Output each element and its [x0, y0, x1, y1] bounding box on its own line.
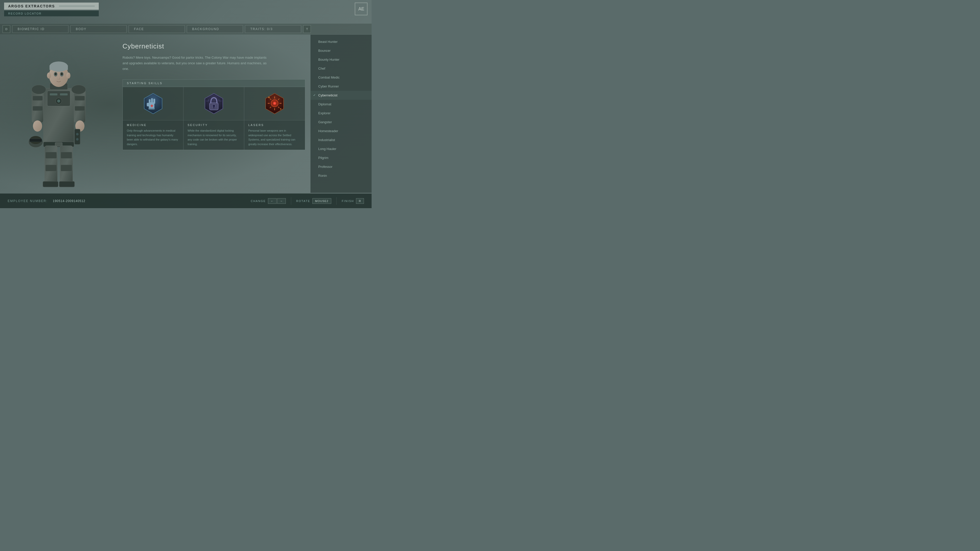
svg-rect-30 [45, 165, 57, 171]
svg-rect-26 [55, 143, 62, 146]
svg-rect-31 [61, 152, 72, 159]
tab-face[interactable]: FACE [129, 25, 185, 33]
svg-point-15 [47, 73, 51, 79]
finish-label: FINISH [342, 200, 354, 203]
bottom-right: CHANGE ← → ROTATE MOUSE2 FINISH R [251, 197, 364, 205]
character-figure [10, 40, 107, 188]
svg-point-13 [55, 73, 57, 75]
title-bar-decoration [59, 5, 95, 7]
svg-rect-33 [43, 181, 58, 187]
svg-rect-48 [147, 103, 149, 106]
main-content: Cyberneticist Robots? Mere toys. Neuroam… [118, 35, 310, 193]
skill-card-lasers: LASERS Personal laser weapons are in wid… [244, 87, 305, 149]
skill-info-security: SECURITY While the standardized digital … [183, 121, 244, 149]
svg-rect-49 [148, 108, 155, 110]
change-label: CHANGE [251, 200, 266, 203]
svg-rect-46 [151, 98, 153, 104]
svg-point-14 [61, 73, 63, 75]
app-title: ARGOS EXTRACTORS [4, 3, 99, 10]
svg-point-40 [76, 138, 79, 141]
background-list-item[interactable]: Cyberneticist [310, 91, 372, 100]
skill-icon-area-security [183, 87, 244, 121]
rotate-action: ROTATE MOUSE2 [296, 198, 331, 204]
svg-rect-34 [59, 181, 75, 187]
svg-point-42 [72, 85, 86, 94]
svg-rect-18 [33, 96, 43, 100]
skill-name-lasers: LASERS [248, 124, 301, 127]
character-area [0, 35, 118, 193]
background-list-item[interactable]: Pilgrim [310, 153, 372, 162]
background-list-item[interactable]: Ronin [310, 171, 372, 180]
nav-right-button[interactable]: T [303, 25, 311, 33]
tab-biometric-id[interactable]: BIOMETRIC ID [12, 25, 68, 33]
record-locator: RECORD LOCATOR [4, 11, 99, 16]
background-list-item[interactable]: Explorer [310, 109, 372, 118]
skill-card-medicine: MEDICINE Only through advancements in me… [123, 87, 183, 149]
change-key-left[interactable]: ← [268, 198, 277, 204]
change-keys: ← → [268, 198, 286, 204]
svg-rect-19 [33, 106, 43, 111]
rotate-key[interactable]: MOUSE2 [312, 198, 331, 204]
ui-root: ARGOS EXTRACTORS RECORD LOCATOR AE D BIO… [0, 0, 372, 208]
skill-name-medicine: MEDICINE [127, 124, 179, 127]
svg-point-6 [57, 100, 60, 103]
tab-background[interactable]: BACKGROUND [187, 25, 243, 33]
background-list-item[interactable]: Combat Medic [310, 73, 372, 82]
background-list-item[interactable]: Cyber Runner [310, 82, 372, 91]
svg-rect-32 [61, 165, 72, 171]
skill-card-security: SECURITY While the standardized digital … [183, 87, 244, 149]
rotate-label: ROTATE [296, 200, 310, 203]
background-list-item[interactable]: Long Hauler [310, 144, 372, 153]
svg-rect-10 [49, 65, 68, 70]
svg-rect-29 [45, 152, 57, 159]
background-list-item[interactable]: Beast Hunter [310, 37, 372, 46]
lasers-icon [263, 92, 286, 115]
ae-logo: AE [355, 3, 368, 15]
tab-traits[interactable]: TRAITS: 0/3 [245, 25, 301, 33]
change-key-right[interactable]: → [277, 198, 286, 204]
background-list-item[interactable]: Industrialist [310, 135, 372, 144]
background-list[interactable]: Beast HunterBouncerBounty HunterChefComb… [310, 35, 372, 193]
svg-rect-51 [151, 105, 152, 107]
character-svg [10, 40, 107, 188]
top-bar: ARGOS EXTRACTORS RECORD LOCATOR AE [0, 0, 372, 23]
skill-name-security: SECURITY [188, 124, 240, 127]
nav-left-button[interactable]: D [3, 25, 10, 33]
security-icon [202, 92, 225, 115]
divider-2 [336, 197, 337, 205]
change-action: CHANGE ← → [251, 198, 286, 204]
skill-icon-area-lasers [244, 87, 305, 121]
medicine-icon [142, 92, 165, 115]
app-title-text: ARGOS EXTRACTORS [8, 4, 55, 8]
background-list-item[interactable]: Professor [310, 162, 372, 171]
svg-rect-55 [213, 106, 215, 108]
background-list-item[interactable]: Bounty Hunter [310, 55, 372, 64]
background-title: Cyberneticist [123, 42, 305, 50]
background-list-item[interactable]: Chef [310, 64, 372, 73]
svg-rect-45 [149, 99, 151, 104]
background-list-item[interactable]: Homesteader [310, 127, 372, 135]
svg-rect-38 [75, 129, 80, 144]
skill-desc-medicine: Only through advancements in medical tra… [127, 129, 179, 146]
svg-rect-22 [75, 106, 85, 111]
starting-skills-header: STARTING SKILLS [123, 79, 305, 87]
skill-info-medicine: MEDICINE Only through advancements in me… [123, 121, 183, 149]
background-list-item[interactable]: Gangster [310, 118, 372, 127]
employee-number: 190514-2009140512 [53, 199, 86, 203]
skill-desc-lasers: Personal laser weapons are in widespread… [248, 129, 301, 146]
tab-body[interactable]: BODY [70, 25, 127, 33]
svg-rect-4 [60, 94, 68, 95]
finish-key[interactable]: R [356, 198, 364, 204]
skill-icon-area-medicine [123, 87, 183, 121]
background-description: Robots? Mere toys. Neuroamps? Good for p… [123, 55, 270, 72]
nav-tabs: D BIOMETRIC ID BODY FACE BACKGROUND TRAI… [0, 24, 372, 35]
skill-info-lasers: LASERS Personal laser weapons are in wid… [244, 121, 305, 149]
background-list-item[interactable]: Bouncer [310, 46, 372, 55]
svg-rect-47 [153, 99, 155, 104]
bottom-bar: EMPLOYEE NUMBER: 190514-2009140512 CHANG… [0, 193, 372, 208]
svg-rect-3 [50, 94, 57, 95]
svg-rect-21 [75, 96, 85, 100]
svg-point-39 [76, 133, 79, 135]
background-list-item[interactable]: Diplomat [310, 100, 372, 109]
starting-skills-container: STARTING SKILLS [123, 79, 305, 150]
